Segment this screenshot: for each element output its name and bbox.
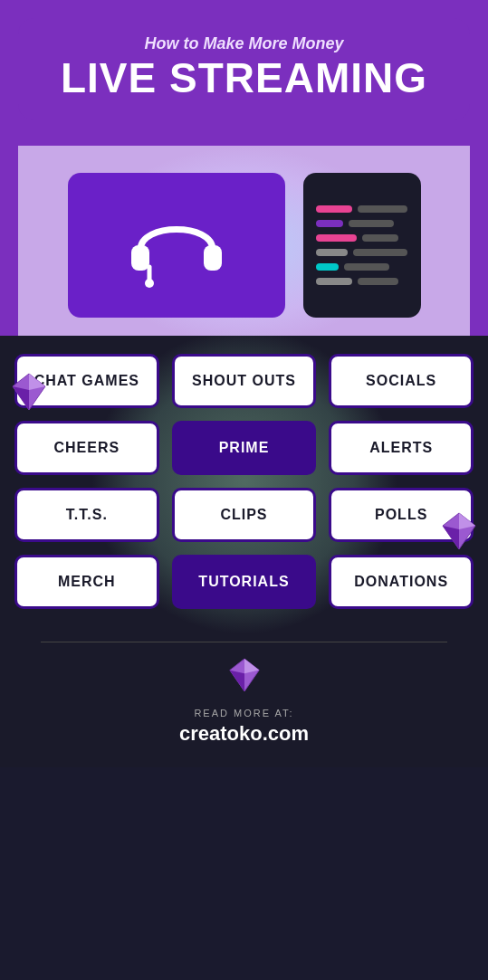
illustration-area — [18, 146, 470, 336]
stats-card — [303, 173, 421, 318]
headset-card — [68, 173, 285, 318]
item-label: CLIPS — [220, 507, 267, 523]
item-label: POLLS — [375, 507, 427, 523]
footer-section: READ MORE AT: creatoko.com — [0, 627, 488, 767]
grid-item-tutorials[interactable]: TUTORIALS — [172, 555, 317, 609]
item-label: ALERTS — [369, 440, 433, 456]
item-label: CHEERS — [53, 440, 120, 456]
stat-row-4 — [316, 249, 408, 256]
top-section: How to Make More Money LIVE STREAMING — [0, 0, 488, 336]
item-label: PRIME — [219, 440, 270, 456]
grid-item-cheers[interactable]: CHEERS — [14, 421, 159, 475]
svg-rect-1 — [204, 245, 222, 271]
item-label: DONATIONS — [354, 574, 448, 590]
grid-item-shout-outs[interactable]: SHOUT OUTS — [172, 354, 317, 408]
grid-item-merch[interactable]: MERCH — [14, 555, 159, 609]
main-title: LIVE STREAMING — [36, 57, 452, 99]
footer-diamond — [228, 657, 261, 697]
headset-icon — [122, 200, 231, 290]
stat-row-5 — [316, 263, 408, 271]
item-label: SHOUT OUTS — [192, 373, 296, 389]
item-label: T.T.S. — [66, 507, 108, 523]
svg-rect-0 — [131, 245, 149, 271]
divider — [41, 642, 447, 642]
website-url[interactable]: creatoko.com — [179, 722, 309, 746]
category-grid: CHAT GAMESSHOUT OUTSSOCIALSCHEERSPRIMEAL… — [14, 354, 474, 609]
item-label: CHAT GAMES — [34, 373, 139, 389]
item-label: MERCH — [58, 574, 116, 590]
grid-item-clips[interactable]: CLIPS — [172, 488, 317, 542]
illustration-bg — [36, 173, 452, 318]
item-label: SOCIALS — [366, 373, 436, 389]
speech-bubble: How to Make More Money LIVE STREAMING — [18, 18, 470, 120]
grid-item-alerts[interactable]: ALERTS — [329, 421, 474, 475]
page-wrapper: How to Make More Money LIVE STREAMING — [0, 0, 488, 767]
subtitle: How to Make More Money — [36, 34, 452, 53]
grid-item-prime[interactable]: PRIME — [172, 421, 317, 475]
stat-row-1 — [316, 205, 408, 213]
grid-item-socials[interactable]: SOCIALS — [329, 354, 474, 408]
item-label: TUTORIALS — [198, 574, 289, 590]
stat-row-3 — [316, 234, 408, 242]
grid-item-t-t-s-[interactable]: T.T.S. — [14, 488, 159, 542]
grid-item-donations[interactable]: DONATIONS — [329, 555, 474, 609]
svg-point-3 — [145, 279, 154, 288]
read-more-label: READ MORE AT: — [194, 708, 293, 718]
bottom-section: CHAT GAMESSHOUT OUTSSOCIALSCHEERSPRIMEAL… — [0, 336, 488, 627]
stat-row-6 — [316, 278, 408, 285]
stat-row-2 — [316, 220, 408, 227]
diamond-decoration-right — [441, 511, 477, 555]
svg-marker-12 — [229, 671, 244, 691]
diamond-decoration-left — [11, 372, 47, 415]
